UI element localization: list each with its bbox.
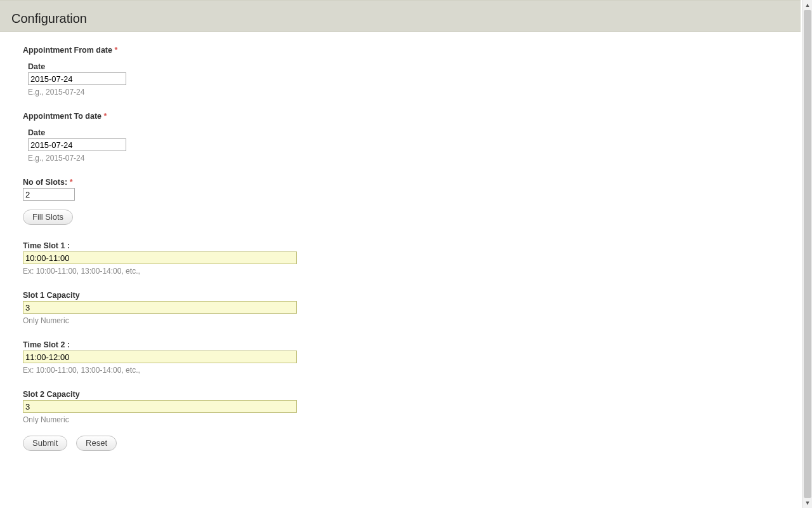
label-slot-1-capacity: Slot 1 Capacity [23,291,789,300]
field-time-slot-1: Time Slot 1 : Ex: 10:00-11:00, 13:00-14:… [23,241,789,276]
sublabel-to-date: Date [28,128,789,137]
input-slot-1-capacity[interactable] [23,301,297,314]
label-no-of-slots-text: No of Slots: [23,178,67,187]
hint-from-date: E.g., 2015-07-24 [28,88,789,97]
field-appointment-to: Appointment To date * Date E.g., 2015-07… [23,112,789,163]
required-marker: * [114,46,117,55]
label-appointment-from-text: Appointment From date [23,46,112,55]
field-appointment-from: Appointment From date * Date E.g., 2015-… [23,46,789,97]
hint-slot-2-capacity: Only Numeric [23,415,789,424]
scroll-down-icon[interactable]: ▼ [802,498,812,508]
label-slot-2-capacity: Slot 2 Capacity [23,390,789,399]
field-slot-1-capacity: Slot 1 Capacity Only Numeric [23,291,789,325]
button-row: Submit Reset [23,436,789,451]
required-marker: * [104,112,107,121]
reset-button[interactable]: Reset [76,436,117,451]
form-content: Appointment From date * Date E.g., 2015-… [0,32,801,470]
sublabel-from-date: Date [28,62,789,71]
field-fill-slots: Fill Slots [23,210,789,225]
hint-to-date: E.g., 2015-07-24 [28,154,789,163]
input-time-slot-1[interactable] [23,251,297,264]
label-appointment-to: Appointment To date * [23,112,789,121]
input-from-date[interactable] [28,72,126,85]
label-no-of-slots: No of Slots: * [23,178,789,187]
label-appointment-to-text: Appointment To date [23,112,102,121]
field-time-slot-2: Time Slot 2 : Ex: 10:00-11:00, 13:00-14:… [23,340,789,375]
page-title: Configuration [11,11,87,26]
submit-button[interactable]: Submit [23,436,67,451]
required-marker: * [70,178,73,187]
header-bar: Configuration [0,0,801,32]
field-no-of-slots: No of Slots: * [23,178,789,201]
input-to-date[interactable] [28,138,126,151]
input-slot-2-capacity[interactable] [23,400,297,413]
scroll-up-icon[interactable]: ▲ [802,0,812,10]
fill-slots-button[interactable]: Fill Slots [23,210,73,225]
hint-time-slot-1: Ex: 10:00-11:00, 13:00-14:00, etc., [23,267,789,276]
scrollbar[interactable]: ▲ ▼ [802,0,812,508]
input-no-of-slots[interactable] [23,188,75,201]
scroll-thumb[interactable] [804,10,811,498]
label-time-slot-2: Time Slot 2 : [23,340,789,349]
field-slot-2-capacity: Slot 2 Capacity Only Numeric [23,390,789,424]
hint-slot-1-capacity: Only Numeric [23,316,789,325]
hint-time-slot-2: Ex: 10:00-11:00, 13:00-14:00, etc., [23,366,789,375]
label-appointment-from: Appointment From date * [23,46,789,55]
label-time-slot-1: Time Slot 1 : [23,241,789,250]
input-time-slot-2[interactable] [23,351,297,363]
